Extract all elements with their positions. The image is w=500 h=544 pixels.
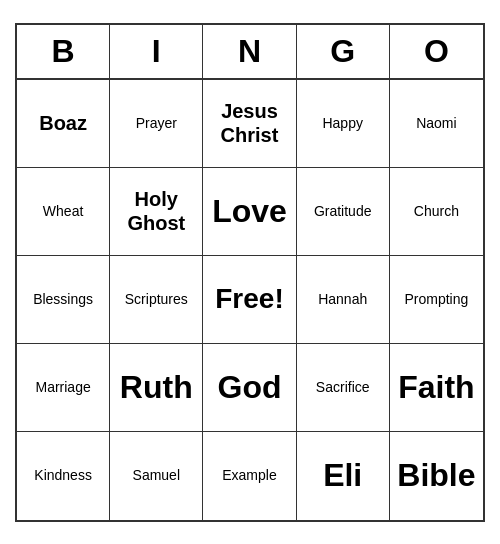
- cell-text: Holy Ghost: [127, 187, 185, 235]
- bingo-cell[interactable]: Prayer: [110, 80, 203, 168]
- bingo-cell[interactable]: God: [203, 344, 296, 432]
- bingo-cell[interactable]: Love: [203, 168, 296, 256]
- bingo-cell[interactable]: Samuel: [110, 432, 203, 520]
- header-letter: N: [203, 25, 296, 78]
- cell-text: Kindness: [34, 467, 92, 484]
- header-letter: O: [390, 25, 483, 78]
- bingo-cell[interactable]: Ruth: [110, 344, 203, 432]
- cell-text: Marriage: [35, 379, 90, 396]
- bingo-cell[interactable]: Boaz: [17, 80, 110, 168]
- bingo-cell[interactable]: Faith: [390, 344, 483, 432]
- cell-text: Prompting: [404, 291, 468, 308]
- header-letter: G: [297, 25, 390, 78]
- bingo-card: BINGO BoazPrayerJesus ChristHappyNaomiWh…: [15, 23, 485, 522]
- cell-text: Church: [414, 203, 459, 220]
- cell-text: Scriptures: [125, 291, 188, 308]
- cell-text: Love: [212, 192, 287, 230]
- cell-text: Bible: [397, 456, 475, 494]
- bingo-cell[interactable]: Hannah: [297, 256, 390, 344]
- cell-text: Naomi: [416, 115, 456, 132]
- header-letter: I: [110, 25, 203, 78]
- bingo-header: BINGO: [17, 25, 483, 80]
- bingo-cell[interactable]: Scriptures: [110, 256, 203, 344]
- bingo-cell[interactable]: Blessings: [17, 256, 110, 344]
- bingo-cell[interactable]: Gratitude: [297, 168, 390, 256]
- bingo-cell[interactable]: Happy: [297, 80, 390, 168]
- bingo-cell[interactable]: Naomi: [390, 80, 483, 168]
- cell-text: Gratitude: [314, 203, 372, 220]
- bingo-cell[interactable]: Church: [390, 168, 483, 256]
- bingo-cell[interactable]: Wheat: [17, 168, 110, 256]
- cell-text: Wheat: [43, 203, 83, 220]
- header-letter: B: [17, 25, 110, 78]
- cell-text: Boaz: [39, 111, 87, 135]
- cell-text: Eli: [323, 456, 362, 494]
- cell-text: Free!: [215, 282, 283, 316]
- bingo-cell[interactable]: Kindness: [17, 432, 110, 520]
- bingo-cell[interactable]: Prompting: [390, 256, 483, 344]
- cell-text: Faith: [398, 368, 474, 406]
- cell-text: Prayer: [136, 115, 177, 132]
- bingo-grid: BoazPrayerJesus ChristHappyNaomiWheatHol…: [17, 80, 483, 520]
- cell-text: Jesus Christ: [221, 99, 279, 147]
- bingo-cell[interactable]: Marriage: [17, 344, 110, 432]
- cell-text: Hannah: [318, 291, 367, 308]
- bingo-cell[interactable]: Sacrifice: [297, 344, 390, 432]
- cell-text: God: [218, 368, 282, 406]
- cell-text: Blessings: [33, 291, 93, 308]
- bingo-cell[interactable]: Jesus Christ: [203, 80, 296, 168]
- cell-text: Happy: [322, 115, 362, 132]
- cell-text: Ruth: [120, 368, 193, 406]
- bingo-cell[interactable]: Free!: [203, 256, 296, 344]
- cell-text: Sacrifice: [316, 379, 370, 396]
- cell-text: Example: [222, 467, 276, 484]
- bingo-cell[interactable]: Example: [203, 432, 296, 520]
- bingo-cell[interactable]: Holy Ghost: [110, 168, 203, 256]
- bingo-cell[interactable]: Eli: [297, 432, 390, 520]
- bingo-cell[interactable]: Bible: [390, 432, 483, 520]
- cell-text: Samuel: [133, 467, 180, 484]
